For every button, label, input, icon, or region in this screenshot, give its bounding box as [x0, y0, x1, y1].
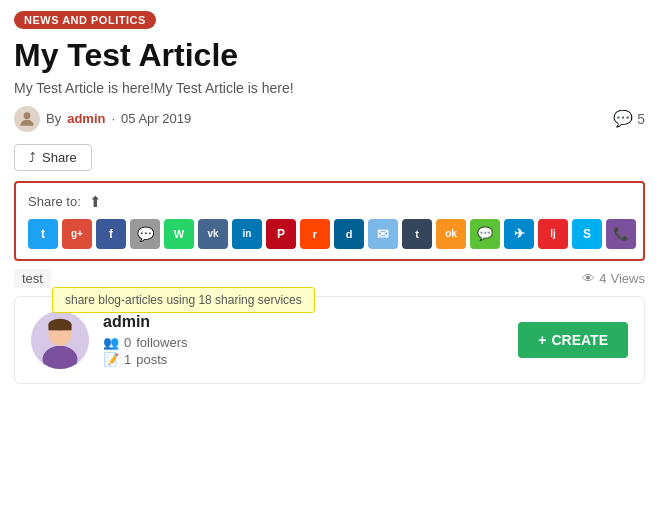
views-text: Views — [611, 271, 645, 286]
author-name[interactable]: admin — [103, 313, 504, 331]
share-to-label: Share to: — [28, 194, 81, 209]
dot: · — [111, 111, 115, 126]
posts-count: 1 — [124, 352, 131, 367]
article-date: 05 Apr 2019 — [121, 111, 191, 126]
posts-label: posts — [136, 352, 167, 367]
digg-icon[interactable]: d — [334, 219, 364, 249]
create-plus-icon: + — [538, 332, 546, 348]
email-icon[interactable]: ✉ — [368, 219, 398, 249]
avatar — [14, 106, 40, 132]
vk-icon[interactable]: vk — [198, 219, 228, 249]
meta-right: 💬 5 — [613, 109, 645, 128]
twitter-icon[interactable]: t — [28, 219, 58, 249]
category-badge[interactable]: NEWS AND POLITICS — [14, 11, 156, 29]
svg-point-0 — [24, 112, 31, 119]
views-label: 👁 4 Views — [582, 271, 645, 286]
followers-label: followers — [136, 335, 187, 350]
comment-count: 5 — [637, 111, 645, 127]
livejournal-icon[interactable]: lj — [538, 219, 568, 249]
views-count: 4 — [599, 271, 606, 286]
article-title: My Test Article — [14, 37, 645, 74]
share-to-row: Share to: ⬆ — [28, 193, 631, 211]
comment-icon: 💬 — [613, 109, 633, 128]
imessage-icon[interactable]: 💬 — [470, 219, 500, 249]
author-info: admin 👥 0 followers 📝 1 posts — [103, 313, 504, 367]
tooltip: share blog-articles using 18 sharing ser… — [52, 287, 315, 313]
article-subtitle: My Test Article is here!My Test Article … — [14, 80, 645, 96]
viber-icon[interactable]: 📞 — [606, 219, 636, 249]
tumblr-icon[interactable]: t — [402, 219, 432, 249]
chat-icon[interactable]: 💬 — [130, 219, 160, 249]
telegram-icon[interactable]: ✈ — [504, 219, 534, 249]
author-link[interactable]: admin — [67, 111, 105, 126]
share-box: Share to: ⬆ t g+ f 💬 W vk in P r d ✉ — [14, 181, 645, 261]
svg-rect-5 — [48, 324, 71, 330]
create-button[interactable]: + CREATE — [518, 322, 628, 358]
tag-test[interactable]: test — [14, 269, 51, 288]
reddit-icon[interactable]: r — [300, 219, 330, 249]
share-icon: ⤴ — [29, 150, 36, 165]
followers-icon: 👥 — [103, 335, 119, 350]
create-label: CREATE — [551, 332, 608, 348]
upload-icon[interactable]: ⬆ — [89, 193, 102, 211]
skype-icon[interactable]: S — [572, 219, 602, 249]
whatsapp-icon[interactable]: W — [164, 219, 194, 249]
meta-left: By admin · 05 Apr 2019 — [14, 106, 191, 132]
tags-views-row: test share blog-articles using 18 sharin… — [14, 269, 645, 288]
followers-row: 👥 0 followers — [103, 335, 504, 350]
author-avatar — [31, 311, 89, 369]
share-button-label: Share — [42, 150, 77, 165]
meta-row: By admin · 05 Apr 2019 💬 5 — [14, 106, 645, 132]
facebook-icon[interactable]: f — [96, 219, 126, 249]
social-icons-row: t g+ f 💬 W vk in P r d ✉ t ok — [28, 219, 631, 249]
linkedin-icon[interactable]: in — [232, 219, 262, 249]
pinterest-icon[interactable]: P — [266, 219, 296, 249]
by-label: By — [46, 111, 61, 126]
posts-icon: 📝 — [103, 352, 119, 367]
odnoklassniki-icon[interactable]: ok — [436, 219, 466, 249]
google-plus-icon[interactable]: g+ — [62, 219, 92, 249]
author-meta: 👥 0 followers 📝 1 posts — [103, 335, 504, 367]
followers-count: 0 — [124, 335, 131, 350]
share-button[interactable]: ⤴ Share — [14, 144, 92, 171]
page-wrapper: NEWS AND POLITICS My Test Article My Tes… — [0, 0, 659, 398]
views-eye-icon: 👁 — [582, 271, 595, 286]
posts-row: 📝 1 posts — [103, 352, 504, 367]
